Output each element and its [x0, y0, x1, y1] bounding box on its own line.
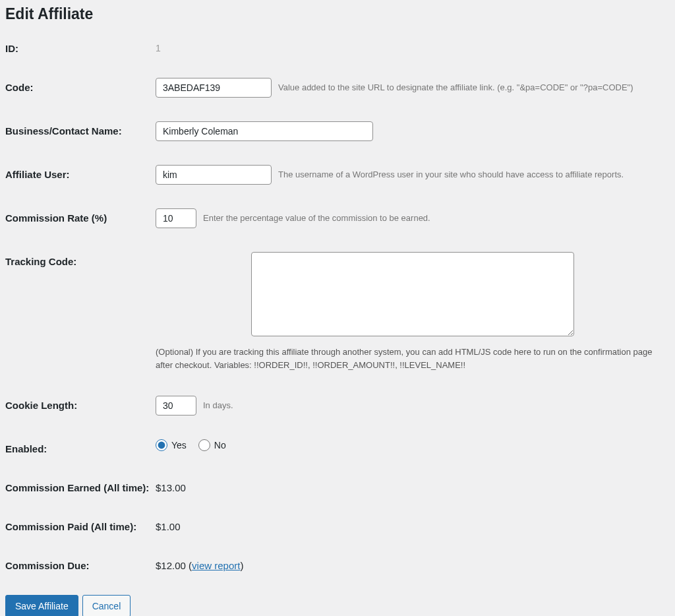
business-name-input[interactable] [156, 121, 373, 141]
save-affiliate-button[interactable]: Save Affiliate [5, 595, 78, 616]
enabled-radio-yes[interactable] [156, 439, 167, 451]
affiliate-user-input[interactable] [156, 165, 272, 185]
commission-rate-label: Commission Rate (%) [5, 208, 156, 224]
commission-due-value: $12.00 (view report) [156, 556, 243, 571]
tracking-code-help: (Optional) If you are tracking this affi… [156, 346, 670, 372]
cookie-length-help: In days. [203, 400, 233, 412]
tracking-code-textarea[interactable] [251, 252, 574, 336]
enabled-label: Enabled: [5, 439, 156, 454]
id-label: ID: [5, 39, 156, 54]
commission-due-label: Commission Due: [5, 556, 156, 571]
id-value: 1 [156, 39, 161, 53]
commission-earned-label: Commission Earned (All time): [5, 478, 156, 493]
commission-paid-label: Commission Paid (All time): [5, 517, 156, 532]
commission-earned-value: $13.00 [156, 478, 186, 493]
affiliate-user-label: Affiliate User: [5, 165, 156, 180]
commission-paid-value: $1.00 [156, 517, 181, 532]
enabled-no-label: No [214, 440, 226, 450]
code-label: Code: [5, 78, 156, 93]
cookie-length-label: Cookie Length: [5, 396, 156, 411]
tracking-code-label: Tracking Code: [5, 252, 156, 267]
code-help: Value added to the site URL to designate… [278, 82, 633, 94]
business-name-label: Business/Contact Name: [5, 121, 156, 137]
enabled-radio-no[interactable] [198, 439, 210, 451]
view-report-link[interactable]: view report [192, 560, 240, 571]
page-title: Edit Affiliate [5, 5, 670, 23]
cookie-length-input[interactable] [156, 396, 196, 416]
affiliate-user-help: The username of a WordPress user in your… [278, 169, 624, 181]
cancel-button[interactable]: Cancel [82, 595, 131, 616]
code-input[interactable] [156, 78, 272, 98]
enabled-yes-label: Yes [171, 440, 187, 450]
commission-rate-input[interactable] [156, 208, 196, 228]
commission-rate-help: Enter the percentage value of the commis… [203, 212, 430, 224]
